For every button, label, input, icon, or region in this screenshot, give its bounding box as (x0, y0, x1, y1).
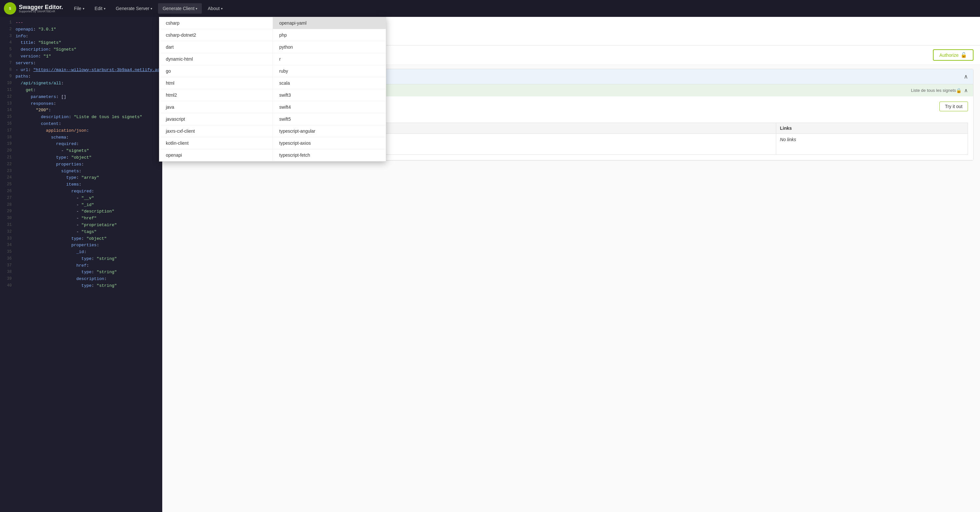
dropdown-item-java[interactable]: java (159, 101, 273, 113)
try-it-out-button[interactable]: Try it out (939, 102, 968, 111)
code-token: : (76, 141, 79, 148)
code-token: : (61, 80, 64, 87)
line-number: 24 (3, 175, 12, 181)
dropdown-item-swift4[interactable]: swift4 (273, 101, 386, 113)
code-token: signets (16, 168, 79, 175)
dropdown-item-dart[interactable]: dart (159, 41, 273, 53)
code-token: : (81, 161, 84, 168)
code-token: : (28, 67, 33, 74)
line-number: 7 (3, 60, 12, 67)
code-token: servers (16, 60, 33, 67)
dropdown-item-r[interactable]: r (273, 53, 386, 65)
dropdown-item-typescript-angular[interactable]: typescript-angular (273, 125, 386, 137)
dropdown-item-python[interactable]: python (273, 41, 386, 53)
code-token: get (16, 87, 33, 94)
dropdown-item-html2[interactable]: html2 (159, 89, 273, 101)
editor-line: 26 required: (0, 188, 162, 195)
line-number: 26 (3, 188, 12, 195)
code-token: "https://main--willowy-starburst-3b9aa4.… (33, 67, 162, 74)
dropdown-item-jaxrs-cxf-client[interactable]: jaxrs-cxf-client (159, 125, 273, 137)
dropdown-item-typescript-fetch[interactable]: typescript-fetch (273, 149, 386, 161)
nav-file[interactable]: File ▾ (70, 3, 89, 14)
editor-line: 12 parameters: [] (0, 94, 162, 100)
logo-sub: Supported by SMARTBEAR (19, 10, 63, 13)
code-token: "3.0.1" (38, 26, 56, 33)
line-number: 5 (3, 46, 12, 53)
editor-line: 25 items: (0, 181, 162, 188)
code-token: "200" (16, 107, 48, 114)
editor-line: 13 responses: (0, 100, 162, 107)
dropdown-item-openapi[interactable]: openapi (159, 149, 273, 161)
editor-line: 4 title: "Signets" (0, 40, 162, 46)
nav-generate-server[interactable]: Generate Server ▾ (111, 3, 157, 14)
code-token: type (16, 154, 66, 161)
code-token: : (25, 33, 28, 40)
code-token: : (79, 181, 81, 188)
line-number: 37 (3, 262, 12, 269)
line-number: 3 (3, 33, 12, 40)
dropdown-item-go[interactable]: go (159, 65, 273, 77)
line-number: 1 (3, 19, 12, 26)
dropdown-item-javascript[interactable]: javascript (159, 113, 273, 125)
nav-about[interactable]: About ▾ (203, 3, 227, 14)
code-token: : (54, 100, 56, 107)
code-token: - (16, 229, 81, 235)
editor-line: 38 type: "string" (0, 269, 162, 276)
logo-icon: S (4, 2, 16, 14)
code-token: properties (16, 242, 97, 249)
editor-line: 11 get: (0, 87, 162, 94)
code-token: type (16, 269, 92, 276)
main-layout: 1---2openapi: "3.0.1"3info:4 title: "Sig… (0, 17, 980, 512)
code-token: : (59, 121, 61, 127)
dropdown-item-kotlin-client[interactable]: kotlin-client (159, 137, 273, 149)
line-number: 34 (3, 242, 12, 249)
code-token: - (16, 208, 81, 215)
line-number: 39 (3, 276, 12, 283)
line-number: 17 (3, 127, 12, 134)
code-token: --- (16, 19, 23, 26)
code-token: parameters (16, 94, 56, 100)
endpoint-desc: Liste de tous les signets (911, 88, 956, 93)
editor-line: 24 type: "array" (0, 175, 162, 181)
dropdown-item-openapi-yaml[interactable]: openapi-yaml (273, 17, 386, 29)
code-token: : (48, 107, 51, 114)
code-token: title (16, 40, 33, 46)
dropdown-item-ruby[interactable]: ruby (273, 65, 386, 77)
editor-line: 32 - "tags" (0, 229, 162, 235)
dropdown-item-html[interactable]: html (159, 77, 273, 89)
code-token: href (16, 262, 86, 269)
line-number: 6 (3, 53, 12, 60)
lock-icon: 🔓 (961, 52, 967, 58)
dropdown-item-swift3[interactable]: swift3 (273, 89, 386, 101)
dropdown-item-csharp[interactable]: csharp (159, 17, 273, 29)
authorize-button[interactable]: Authorize 🔓 (933, 49, 974, 61)
code-token: "Signets" (38, 40, 61, 46)
dropdown-item-scala[interactable]: scala (273, 77, 386, 89)
dropdown-item-typescript-axios[interactable]: typescript-axios (273, 137, 386, 149)
dropdown-item-swift5[interactable]: swift5 (273, 113, 386, 125)
code-token: "Signets" (54, 46, 76, 53)
code-token: version (16, 53, 38, 60)
endpoint-collapse-icon[interactable]: ∧ (964, 87, 968, 94)
code-token: "object" (72, 154, 92, 161)
code-token: description (16, 276, 104, 283)
line-number: 9 (3, 73, 12, 80)
editor-line: 22 properties: (0, 161, 162, 168)
dropdown-item-csharp-dotnet2[interactable]: csharp-dotnet2 (159, 29, 273, 41)
dropdown-item-php[interactable]: php (273, 29, 386, 41)
line-number: 18 (3, 134, 12, 141)
editor-line: 14 "200": (0, 107, 162, 114)
editor-line: 18 schema: (0, 134, 162, 141)
svg-text:S: S (9, 7, 11, 10)
nav-generate-client[interactable]: Generate Client ▾ (158, 3, 202, 14)
editor-line: 1--- (0, 19, 162, 26)
code-token: "array" (81, 175, 99, 181)
code-token: paths (16, 73, 28, 80)
about-arrow-icon: ▾ (221, 7, 223, 10)
editor-line: 21 type: "object" (0, 154, 162, 161)
nav-edit[interactable]: Edit ▾ (90, 3, 110, 14)
line-number: 8 (3, 67, 12, 74)
code-token: : (66, 154, 72, 161)
editor-line: 7servers: (0, 60, 162, 67)
dropdown-item-dynamic-html[interactable]: dynamic-html (159, 53, 273, 65)
